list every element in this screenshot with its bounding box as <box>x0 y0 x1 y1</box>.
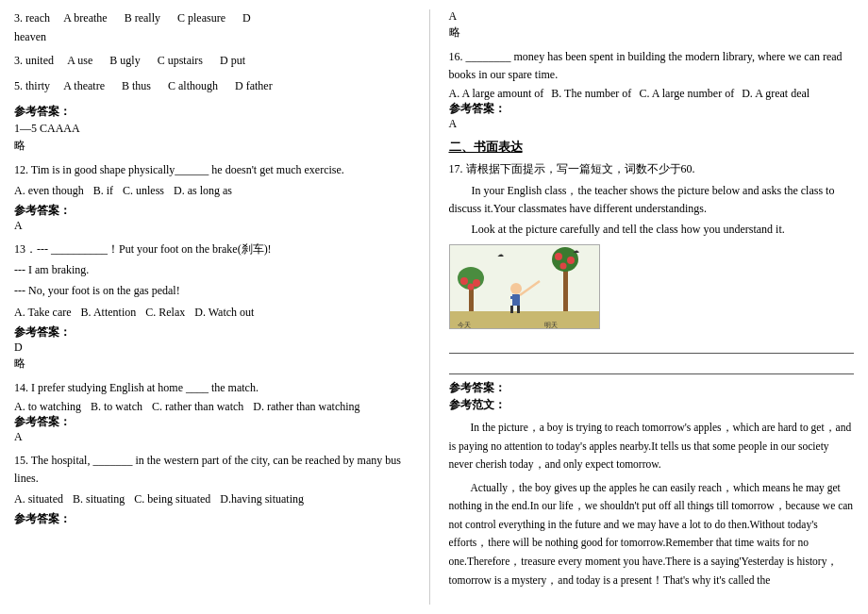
svg-rect-13 <box>512 294 520 306</box>
question-12: 12. Tim is in good shape physically_____… <box>14 161 420 233</box>
question-14: 14. I prefer studying English at home __… <box>14 379 420 444</box>
q17-body1: In your English class，the teacher shows … <box>449 182 855 218</box>
svg-point-6 <box>467 284 474 290</box>
illustration-box: 今天 ☁ 明天 ☁ <box>449 244 600 329</box>
ans-14: A <box>14 430 420 444</box>
writing-lines <box>449 337 855 374</box>
q5-thirty-text: 5. thirty A theatre B thus C although D … <box>14 77 420 95</box>
svg-text:今天: 今天 <box>458 322 471 329</box>
q16-opt-a: A. A large amount of <box>449 87 544 101</box>
q15-opt-d: D.having situating <box>220 490 304 508</box>
q14-opt-b: B. to watch <box>91 400 142 414</box>
ans-lue-2: 略 <box>14 355 420 372</box>
svg-rect-14 <box>510 296 516 299</box>
q16-opt-b: B. The number of <box>551 87 631 101</box>
q13-options: A. Take care B. Attention C. Relax D. Wa… <box>14 304 420 322</box>
section-2-title: 二、书面表达 <box>449 139 855 156</box>
svg-point-10 <box>567 257 575 264</box>
q14-text: 14. I prefer studying English at home __… <box>14 379 420 397</box>
q12-text: 12. Tim is in good shape physically_____… <box>14 161 420 179</box>
sample-answer: In the picture，a boy is trying to reach … <box>449 419 855 589</box>
svg-text:☁: ☁ <box>497 251 504 258</box>
q14-opt-a: A. to watching <box>14 400 81 414</box>
ref-ans-label-5: 参考答案： <box>14 511 420 527</box>
q13-opt-d: D. Watch out <box>194 304 254 322</box>
q17-body2: Look at the picture carefully and tell t… <box>449 221 855 239</box>
question-3-reach: 3. reach A breathe B really C pleasure D… <box>14 9 420 44</box>
q15-opt-a: A. situated <box>14 490 63 508</box>
question-15: 15. The hospital, _______ in the western… <box>14 452 420 528</box>
svg-point-11 <box>559 263 566 270</box>
ref-ans-label-1: 参考答案： <box>14 104 420 120</box>
q14-opt-c: C. rather than watch <box>152 400 243 414</box>
q12-opt-c: C. unless <box>123 182 164 200</box>
q13-opt-b: B. Attention <box>81 304 137 322</box>
ref-ans-label-4: 参考答案： <box>14 414 420 430</box>
svg-text:☁: ☁ <box>573 247 579 255</box>
ans-16: A <box>449 117 855 131</box>
q17-intro: 17. 请根据下面提示，写一篇短文，词数不少于60. <box>449 160 855 178</box>
svg-point-12 <box>510 283 522 294</box>
q15-options: A. situated B. situating C. being situat… <box>14 490 420 508</box>
q14-options: A. to watching B. to watch C. rather tha… <box>14 400 420 414</box>
question-16: 16. ________ money has been spent in bui… <box>449 48 855 131</box>
ans-13: D <box>14 340 420 355</box>
q13-opt-a: A. Take care <box>14 304 72 322</box>
ans-1-5: 1—5 CAAAA <box>14 120 420 137</box>
q15-text: 15. The hospital, _______ in the western… <box>14 452 420 488</box>
q15-opt-c: C. being situated <box>134 490 210 508</box>
q14-opt-d: D. rather than watching <box>253 400 359 414</box>
svg-rect-17 <box>517 306 520 313</box>
answer-1-5-block: 参考答案： 1—5 CAAAA 略 <box>14 104 420 154</box>
q16-opt-c: C. A large number of <box>639 87 734 101</box>
sample-p2: Actually，the boy gives up the apples he … <box>449 479 855 589</box>
question-3-united: 3. united A use B ugly C upstairs D put <box>14 52 420 70</box>
sample-p1: In the picture，a boy is trying to reach … <box>449 419 855 474</box>
question-13: 13．--- __________！Put your foot on the b… <box>14 241 420 372</box>
right-ans-lue: 略 <box>449 24 855 41</box>
q15-opt-b: B. situating <box>73 490 125 508</box>
ref-ans-label-r1: 参考答案： <box>449 101 855 117</box>
svg-text:明天: 明天 <box>544 322 558 329</box>
svg-rect-1 <box>450 311 600 329</box>
svg-point-9 <box>555 253 562 260</box>
q12-opt-b: B. if <box>93 182 113 200</box>
ans-lue-1: 略 <box>14 137 420 154</box>
q16-options: A. A large amount of B. The number of C.… <box>449 87 855 101</box>
q12-opt-d: D. as long as <box>174 182 232 200</box>
q12-options: A. even though B. if C. unless D. as lon… <box>14 182 420 200</box>
q16-opt-d: D. A great deal <box>742 87 810 101</box>
picture-svg: 今天 ☁ 明天 ☁ <box>450 245 600 329</box>
q3-reach-sub: heaven <box>14 30 420 44</box>
q13-opt-c: C. Relax <box>145 304 185 322</box>
ref-ans-label-2: 参考答案： <box>14 203 420 219</box>
q3-united-text: 3. united A use B ugly C upstairs D put <box>14 52 420 70</box>
right-ans-a: A <box>449 9 855 24</box>
left-column: 3. reach A breathe B really C pleasure D… <box>14 9 430 605</box>
svg-point-4 <box>460 277 468 285</box>
ans-12: A <box>14 219 420 233</box>
q13-text: 13．--- __________！Put your foot on the b… <box>14 241 420 258</box>
sample-title: 参考范文： <box>449 396 855 413</box>
right-column: A 略 16. ________ money has been spent in… <box>440 9 855 605</box>
right-top-answers: A 略 <box>449 9 855 41</box>
ref-ans-label-r2: 参考答案： <box>449 380 855 396</box>
q3-reach-text: 3. reach A breathe B really C pleasure D <box>14 9 420 27</box>
question-5-thirty: 5. thirty A theatre B thus C although D … <box>14 77 420 95</box>
ref-ans-label-3: 参考答案： <box>14 324 420 340</box>
q13-sub1: --- I am braking. <box>14 261 420 279</box>
writing-line-1 <box>449 337 855 354</box>
q13-sub2: --- No, your foot is on the gas pedal! <box>14 282 420 300</box>
q16-text: 16. ________ money has been spent in bui… <box>449 48 855 84</box>
svg-rect-16 <box>510 306 513 313</box>
section-2: 二、书面表达 17. 请根据下面提示，写一篇短文，词数不少于60. In you… <box>449 139 855 589</box>
page: 3. reach A breathe B really C pleasure D… <box>0 0 868 614</box>
writing-line-2 <box>449 357 855 374</box>
q12-opt-a: A. even though <box>14 182 84 200</box>
